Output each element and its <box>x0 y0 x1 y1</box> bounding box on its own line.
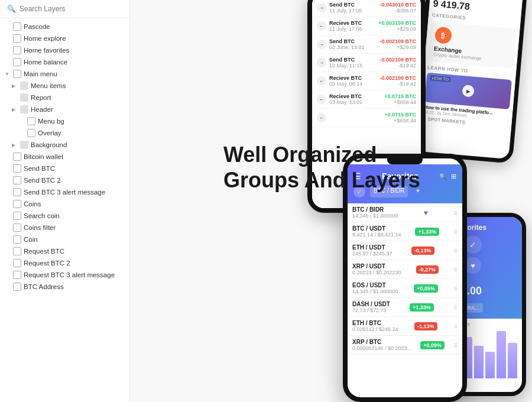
coin-row[interactable]: ETH / USDT 245.97 / $245.97 -0,13% ≡ <box>348 241 462 260</box>
grid-ico[interactable] <box>451 172 456 180</box>
layer-item[interactable]: Coin <box>0 234 129 245</box>
rect-icon <box>27 117 35 125</box>
coin-name: BTC / USDT <box>352 225 401 232</box>
layer-label: Search coin <box>24 212 60 219</box>
screen-icon <box>13 46 21 54</box>
layer-item[interactable]: Header <box>0 103 129 115</box>
tx-title: Recieve BTC <box>329 93 362 99</box>
headline-line1: Well Organized <box>223 142 420 167</box>
screen-icon <box>13 223 21 232</box>
chevron-icon <box>12 83 18 89</box>
layer-item[interactable]: Home balance <box>0 56 129 68</box>
btc-transaction-row: → Send BTC 11 July, 17:05 -0.043010 BTC … <box>312 0 421 17</box>
btc-tx-left: ← Recieve BTC 11 July, 17:06 <box>317 20 362 32</box>
coin-menu-icon: ≡ <box>453 322 458 330</box>
layer-item[interactable]: Menu bg <box>0 115 129 127</box>
layer-label: Pascode <box>24 23 50 30</box>
coin-row[interactable]: XRP / USDT 0.20223 / $0.202230 -0,27% ≡ <box>348 260 462 279</box>
coin-row[interactable]: EOS / USDT 14,345 / $1.000000 +0,05% ≡ <box>348 279 462 298</box>
coin-sub: 72,73 / $72.73 <box>352 307 390 313</box>
rect-icon <box>27 129 35 137</box>
coin-row[interactable]: XRP / BTC 0.000002146 / $0.2023... +0,09… <box>348 336 462 355</box>
coin-left: BTC / BIDR 14,345 / $1.000000 <box>352 206 398 219</box>
screen-icon <box>13 34 21 43</box>
layer-item[interactable]: Background <box>0 139 129 151</box>
chart-bar <box>485 352 495 378</box>
exchange-card: ₿ Exchange Crypto asset exchange <box>428 21 516 69</box>
play-button[interactable]: ▶ <box>462 85 475 98</box>
btc-tx-right: -0.043010 BTC -$396.07 <box>379 2 416 14</box>
tx-info: Send BTC 11 July, 17:05 <box>329 2 362 14</box>
layer-label: Coins filter <box>24 224 56 231</box>
headline-line2: Groups And Layers <box>223 167 420 193</box>
tx-title: Recieve BTC <box>329 75 362 81</box>
btc-transaction-row: → Send BTC 03 June, 13:01 -0.002109 BTC … <box>312 35 421 54</box>
coin-badge: -1,13% <box>414 322 437 330</box>
coin-sub: 0.20223 / $0.202230 <box>352 270 401 275</box>
coin-badge: -0,13% <box>411 247 434 255</box>
btc-tx-left: → Send BTC 10 May, 11:15 <box>317 57 362 69</box>
layer-label: Main menu <box>24 70 57 77</box>
layer-label: Send BTC 2 <box>24 177 61 184</box>
coin-row[interactable]: ETH / BTC 0.026112 / $246.24 -1,13% ≡ <box>348 317 462 336</box>
layer-item[interactable]: Home explore <box>0 33 129 44</box>
layer-item[interactable]: Coins filter <box>0 222 129 234</box>
btc-tx-left: ← <box>317 113 329 122</box>
tx-date: 03 June, 13:01 <box>329 44 365 50</box>
layer-label: Background <box>31 141 67 148</box>
btc-tx-right: -0.002109 BTC -$19.42 <box>379 57 416 69</box>
tx-usd: +$29.09 <box>379 44 416 50</box>
btc-tx-right: +0.003159 BTC +$29.09 <box>378 20 416 32</box>
layer-label: Home explore <box>24 35 66 42</box>
layer-item[interactable]: Search coin <box>0 210 129 222</box>
coin-menu-icon: ≡ <box>453 341 458 349</box>
coin-sub: 9,421.14 / $9,421.14 <box>352 232 401 238</box>
btc-tx-right: +0.0715 BTC +$658.44 <box>384 112 416 124</box>
search-bar[interactable]: 🔍 <box>0 0 129 18</box>
coin-list: BTC / BIDR 14,345 / $1.000000 ♥ ≡ BTC / … <box>348 203 462 355</box>
coin-sub: 0.000002146 / $0.2023... <box>352 345 411 351</box>
tx-arrow-icon: → <box>317 40 326 49</box>
layer-item[interactable]: Pascode <box>0 21 129 33</box>
layer-item[interactable]: Send BTC 2 <box>0 174 129 186</box>
exchange-icon: ₿ <box>434 27 452 44</box>
layer-item[interactable]: Home favorites <box>0 44 129 56</box>
coin-left: ETH / BTC 0.026112 / $246.24 <box>352 320 398 332</box>
tx-usd: -$19.42 <box>379 81 416 87</box>
layer-label: Send BTC <box>24 165 55 172</box>
chevron-icon <box>12 107 18 112</box>
coin-row[interactable]: BTC / USDT 9,421.14 / $9,421.14 +1,33% ≡ <box>348 222 462 241</box>
screen-icon <box>13 22 21 31</box>
coin-row[interactable]: DASH / USDT 72,73 / $72.73 +1,33% ≡ <box>348 298 462 317</box>
coin-left: BTC / USDT 9,421.14 / $9,421.14 <box>352 225 401 238</box>
search-ico[interactable] <box>439 172 446 180</box>
layer-item[interactable]: Request BTC 3 alert message <box>0 269 129 281</box>
folder-icon <box>20 105 28 114</box>
phone-btc-usdt: BTC / USDT 9 419.78 CATEGORIES ₿ Exchang… <box>412 0 527 164</box>
tx-usd: +$658.44 <box>384 118 416 124</box>
layer-item[interactable]: Send BTC <box>0 163 129 174</box>
tx-usd: +$29.09 <box>378 26 416 32</box>
layer-item[interactable]: BTC Address <box>0 281 129 293</box>
layer-item[interactable]: Request BTC <box>0 245 129 257</box>
layer-label: Home balance <box>24 59 67 66</box>
layer-item[interactable]: Report <box>0 92 129 103</box>
heart-icon: ♥ <box>424 209 428 217</box>
layer-item[interactable]: Menu items <box>0 80 129 92</box>
layer-item[interactable]: Coins <box>0 198 129 210</box>
btc-tx-left: ← Recieve BTC 03 May, 13:01 <box>317 93 362 105</box>
tx-amount: -0.002109 BTC <box>379 57 416 63</box>
coin-left: XRP / USDT 0.20223 / $0.202230 <box>352 263 401 275</box>
coin-menu-icon: ≡ <box>453 303 458 312</box>
folder-icon <box>20 82 28 90</box>
layer-item[interactable]: Main menu <box>0 68 129 80</box>
layer-item[interactable]: Overlay <box>0 127 129 139</box>
p4-heart-icon: ♥ <box>465 257 481 274</box>
layer-item[interactable]: Send BTC 3 alert message <box>0 186 129 198</box>
layer-item[interactable]: Request BTC 2 <box>0 257 129 269</box>
coin-row[interactable]: BTC / BIDR 14,345 / $1.000000 ♥ ≡ <box>348 203 462 222</box>
screen-icon <box>13 176 21 184</box>
search-input[interactable] <box>20 5 122 13</box>
layers-list: PascodeHome exploreHome favoritesHome ba… <box>0 18 129 402</box>
layer-item[interactable]: Bitcoin wallet <box>0 151 129 163</box>
